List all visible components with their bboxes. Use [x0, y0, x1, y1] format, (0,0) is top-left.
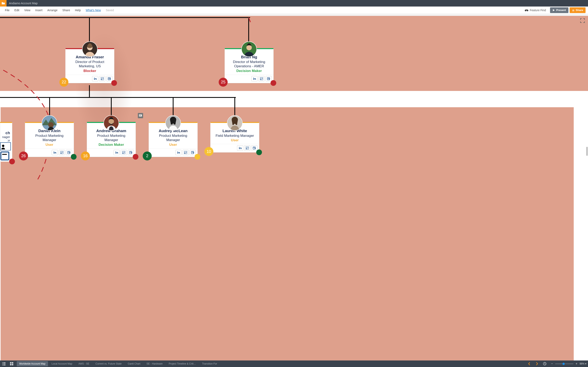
contact-card-icon[interactable] [121, 150, 127, 155]
contact-card-icon[interactable] [59, 150, 65, 155]
tab-transition[interactable]: Transition For [200, 361, 220, 366]
svg-rect-75 [253, 147, 255, 148]
svg-rect-80 [3, 362, 6, 363]
card-brian-ng[interactable]: Brian Ng Director of Marketing Operation… [225, 48, 274, 83]
tab-next-icon[interactable] [533, 360, 541, 367]
svg-rect-29 [262, 79, 263, 79]
menu-share[interactable]: Share [60, 7, 72, 14]
menu-help[interactable]: Help [72, 7, 83, 14]
linkedin-icon[interactable] [175, 150, 182, 155]
history-icon[interactable] [541, 360, 549, 367]
tab-current-future[interactable]: Current vs. Future State [93, 361, 124, 366]
svg-rect-32 [268, 78, 269, 79]
present-button[interactable]: Present [550, 7, 568, 13]
status-dot [71, 154, 77, 160]
person-role: Decision Maker [225, 69, 273, 75]
svg-rect-28 [262, 78, 263, 78]
svg-rect-63 [186, 152, 187, 152]
linkedin-icon[interactable] [52, 150, 58, 155]
tab-prev-icon[interactable] [525, 360, 533, 367]
menu-arrange[interactable]: Arrange [45, 7, 60, 14]
person-role: Decision Maker [87, 143, 136, 149]
svg-rect-42 [62, 152, 63, 152]
person-title: Product Marketing Manager [149, 133, 198, 143]
tab-timeline[interactable]: Project Timeline & Criti… [166, 361, 198, 366]
linkedin-icon[interactable] [237, 145, 243, 151]
share-button[interactable]: Share [570, 7, 586, 13]
svg-point-62 [185, 152, 185, 153]
contact-card-icon[interactable] [259, 76, 265, 81]
svg-point-50 [123, 152, 123, 153]
svg-rect-22 [108, 78, 110, 79]
card-amanda-fraser[interactable]: Amanda Fraser Director of Product Market… [65, 48, 114, 83]
avatar [241, 42, 257, 57]
contact-card-icon[interactable] [182, 150, 189, 155]
doc-title[interactable]: Andiamo Account Map [7, 2, 38, 5]
tab-se-hardware[interactable]: SE - Hardware [144, 361, 165, 366]
count-badge: 2 [143, 151, 152, 160]
contact-card-icon[interactable] [0, 142, 11, 151]
count-badge: 26 [19, 151, 28, 160]
count-badge: 22 [60, 78, 68, 87]
count-badge: 25 [219, 78, 228, 87]
feature-find[interactable]: Feature Find [525, 8, 549, 12]
note-icon[interactable] [266, 76, 272, 81]
note-tag-icon[interactable] [138, 113, 143, 118]
ruler [0, 14, 588, 16]
linkedin-icon[interactable] [251, 76, 258, 81]
avatar [82, 42, 98, 57]
menu-file[interactable]: File [2, 7, 12, 14]
person-title: nager [0, 135, 12, 139]
svg-rect-76 [253, 148, 255, 148]
tab-local[interactable]: Local Account Map [49, 361, 75, 366]
note-icon[interactable] [128, 150, 134, 155]
fullscreen-icon[interactable] [580, 18, 585, 23]
note-icon[interactable] [190, 150, 196, 155]
zoom-out-icon[interactable]: − [550, 362, 554, 366]
svg-rect-51 [124, 152, 125, 152]
svg-rect-23 [108, 79, 109, 79]
note-icon[interactable] [251, 145, 258, 151]
menu-view[interactable]: View [22, 7, 33, 14]
contact-card-icon[interactable] [244, 145, 250, 151]
tab-aws-se[interactable]: AWS - SE [76, 361, 92, 366]
svg-rect-82 [3, 365, 6, 365]
zoom-in-icon[interactable]: + [575, 362, 579, 366]
card-lauren-white[interactable]: Lauren White Field Marketing Manager Use… [210, 122, 259, 152]
svg-rect-67 [192, 152, 193, 152]
card-andrew-graham[interactable]: Andrew Graham Product Marketing Manager … [87, 122, 136, 157]
contact-card-icon[interactable] [99, 76, 105, 81]
card-audrey-mclean[interactable]: Audrey McLean Product Marketing Manager … [149, 122, 198, 157]
zoom-slider[interactable] [555, 364, 573, 364]
canvas[interactable]: Amanda Fraser Director of Product Market… [0, 16, 588, 360]
svg-point-3 [572, 9, 573, 10]
note-icon[interactable] [106, 76, 112, 81]
app-icon[interactable] [0, 0, 7, 7]
list-view-icon[interactable] [0, 360, 8, 367]
person-title: Product Marketing Manager [87, 133, 136, 143]
tab-gantt[interactable]: Gantt Chart [125, 361, 143, 366]
zoom-label[interactable]: 98% ▾ [580, 362, 586, 365]
card-daniel-klein[interactable]: Daniel Klein Product Marketing Manager U… [25, 122, 74, 157]
tab-worldwide[interactable]: Worldwide Account Map [17, 361, 48, 366]
status-dot [111, 80, 117, 86]
svg-rect-66 [192, 152, 193, 152]
avatar [165, 115, 181, 131]
grid-view-icon[interactable] [8, 360, 16, 367]
card-partial[interactable]: ch nager ɔr [0, 122, 12, 162]
menu-edit[interactable]: Edit [12, 7, 22, 14]
person-title: Product Marketing Manager [25, 133, 74, 143]
person-role: User [25, 143, 74, 149]
svg-rect-78 [2, 364, 3, 364]
note-icon[interactable] [0, 151, 11, 161]
linkedin-icon[interactable] [113, 150, 120, 155]
linkedin-icon[interactable] [92, 76, 98, 81]
scrollbar-vert[interactable] [586, 147, 588, 156]
svg-rect-64 [186, 152, 187, 153]
svg-point-17 [101, 78, 102, 79]
menu-insert[interactable]: Insert [33, 7, 45, 14]
note-icon[interactable] [66, 150, 72, 155]
svg-point-35 [2, 145, 4, 147]
menu-whatsnew[interactable]: What's New [83, 7, 103, 14]
svg-rect-18 [103, 78, 104, 78]
